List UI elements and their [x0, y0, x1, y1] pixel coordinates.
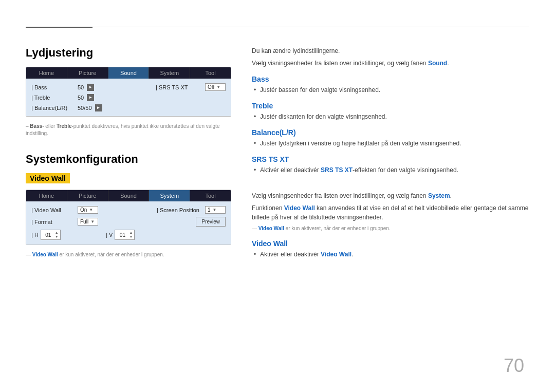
vw-deactivate-link: Video Wall	[321, 251, 351, 258]
page-container: Lydjustering Home Picture Sound System T…	[0, 0, 555, 392]
v-label: | V	[106, 232, 113, 238]
system-panel-nav: Home Picture Sound System Tool	[26, 190, 231, 201]
note-treble-bold: Treble	[57, 123, 71, 129]
sys-nav-sound[interactable]: Sound	[108, 190, 150, 201]
bass-bullet: Justér bassen for den valgte visningsenh…	[252, 85, 529, 95]
vw-dropdown[interactable]: On ▼	[78, 206, 98, 214]
bass-heading: Bass	[252, 75, 529, 83]
panel-row-treble: | Treble 50 ►	[31, 92, 226, 103]
right-panel: Du kan ændre lydindstillingerne. Vælg vi…	[252, 46, 529, 260]
sys-nav-home[interactable]: Home	[26, 190, 67, 201]
nav-tab-system[interactable]: System	[149, 67, 190, 79]
sys-nav-picture[interactable]: Picture	[67, 190, 108, 201]
accent-rule	[26, 27, 92, 28]
srs-dropdown-arrow: ▼	[216, 85, 220, 89]
h-spin-arrows[interactable]: ▲ ▼	[55, 231, 59, 239]
srs-value: Off	[208, 84, 214, 90]
nav-tab-tool[interactable]: Tool	[190, 67, 231, 79]
bass-value: 50	[78, 84, 84, 90]
screenpos-label: | Screen Position	[157, 207, 203, 213]
v-value: 01	[118, 232, 126, 238]
vw-bullet: Aktivér eller deaktivér Video Wall.	[252, 250, 529, 259]
video-wall-badge: Video Wall	[26, 173, 70, 183]
panel-row-balance: | Balance(L/R) 50/50 ►	[31, 103, 226, 113]
page-number: 70	[504, 355, 524, 377]
sound-panel-nav: Home Picture Sound System Tool	[26, 67, 231, 79]
panel-row-bass-srs: | Bass 50 ► | SRS TS XT Off ▼	[31, 82, 226, 92]
panel-row-videowall: | Video Wall On ▼ | Screen Position 1 ▼	[31, 204, 226, 215]
sys-note-right: ― Video Wall er kun aktiveret, når der e…	[252, 225, 529, 232]
section-systemkonfiguration: Systemkonfiguration Video Wall Home Pict…	[26, 153, 231, 258]
balance-bullet: Justér lydstyrken i venstre og højre høj…	[252, 139, 529, 148]
bass-label: | Bass	[31, 84, 78, 90]
format-dropdown[interactable]: Full ▼	[78, 218, 98, 226]
sound-note: – Bass- eller Treble-punktet deaktiveres…	[26, 123, 231, 137]
h-spin-up[interactable]: ▲	[55, 231, 59, 235]
srs-heading: SRS TS XT	[252, 155, 529, 163]
top-rule	[26, 27, 529, 27]
v-spin-arrows[interactable]: ▲ ▼	[129, 231, 133, 239]
treble-bullet: Justér diskanten for den valgte visnings…	[252, 112, 529, 121]
bass-arrow[interactable]: ►	[87, 84, 94, 91]
format-value: Full	[80, 219, 88, 225]
note-bass-bold: Bass	[30, 123, 42, 129]
sound-link: Sound	[428, 60, 447, 67]
system-panel: Home Picture Sound System Tool | Video W…	[26, 190, 231, 245]
v-spin-down[interactable]: ▼	[129, 235, 133, 239]
intro-text2: Vælg visningsenheder fra listen over ind…	[252, 59, 529, 68]
treble-value: 50	[78, 95, 84, 101]
note-vw-bold: Video Wall	[32, 252, 58, 257]
section1-title: Lydjustering	[26, 46, 231, 60]
sys-intro1: Vælg visningsenheder fra listen over ind…	[252, 191, 529, 200]
treble-heading: Treble	[252, 102, 529, 110]
sys-note-vw-link: Video Wall	[258, 226, 284, 231]
balance-heading: Balance(L/R)	[252, 128, 529, 137]
sys-nav-tool[interactable]: Tool	[190, 190, 231, 201]
v-spin-up[interactable]: ▲	[129, 231, 133, 235]
treble-label: | Treble	[31, 95, 78, 101]
system-panel-body: | Video Wall On ▼ | Screen Position 1 ▼	[26, 201, 231, 245]
sound-panel-body: | Bass 50 ► | SRS TS XT Off ▼	[26, 79, 231, 116]
panel-row-format: | Format Full ▼ Preview	[31, 215, 226, 228]
srs-bullet: Aktivér eller deaktivér SRS TS XT-effekt…	[252, 165, 529, 175]
left-panel: Lydjustering Home Picture Sound System T…	[26, 46, 231, 260]
srs-link: SRS TS XT	[321, 166, 353, 174]
h-spinbox[interactable]: 01 ▲ ▼	[41, 230, 61, 240]
vw-value: On	[80, 207, 87, 213]
system-descriptions: Vælg visningsenheder fra listen over ind…	[252, 191, 529, 259]
screenpos-value: 1	[208, 207, 211, 213]
panel-row-hv: | H 01 ▲ ▼ | V 01	[31, 228, 226, 241]
v-spinbox[interactable]: 01 ▲ ▼	[115, 230, 135, 240]
treble-arrow[interactable]: ►	[87, 94, 94, 101]
content-wrapper: Lydjustering Home Picture Sound System T…	[26, 46, 529, 260]
sys-nav-system[interactable]: System	[149, 190, 190, 201]
srs-label: | SRS TS XT	[156, 84, 202, 90]
nav-tab-sound[interactable]: Sound	[108, 67, 150, 79]
h-value: 01	[44, 232, 52, 238]
srs-dropdown[interactable]: Off ▼	[205, 83, 226, 91]
screenpos-dd-arrow: ▼	[213, 208, 217, 212]
balance-arrow[interactable]: ►	[95, 104, 102, 111]
vw-label: | Video Wall	[31, 207, 78, 213]
sound-panel: Home Picture Sound System Tool | Bass 50…	[26, 67, 231, 117]
balance-value: 50/50	[78, 105, 92, 111]
h-spin-down[interactable]: ▼	[55, 235, 59, 239]
balance-label: | Balance(L/R)	[31, 105, 78, 111]
sys-vw-link: Video Wall	[284, 204, 315, 212]
nav-tab-picture[interactable]: Picture	[67, 67, 108, 79]
intro-text1: Du kan ændre lydindstillingerne.	[252, 46, 529, 55]
screenpos-dropdown[interactable]: 1 ▼	[205, 206, 226, 214]
format-label: | Format	[31, 219, 78, 225]
vw-dd-arrow: ▼	[89, 208, 93, 212]
system-note: ― Video Wall er kun aktiveret, når der e…	[26, 251, 231, 258]
sys-intro2: Funktionen Video Wall kan anvendes til a…	[252, 203, 529, 222]
sound-descriptions: Du kan ændre lydindstillingerne. Vælg vi…	[252, 46, 529, 175]
nav-tab-home[interactable]: Home	[26, 67, 67, 79]
section2-title: Systemkonfiguration	[26, 153, 231, 166]
vw-heading: Video Wall	[252, 239, 529, 248]
sys-system-link: System	[428, 192, 450, 199]
h-label: | H	[31, 232, 39, 238]
preview-button[interactable]: Preview	[196, 217, 226, 227]
section-lydjustering: Lydjustering Home Picture Sound System T…	[26, 46, 231, 137]
format-dd-arrow: ▼	[90, 219, 95, 224]
